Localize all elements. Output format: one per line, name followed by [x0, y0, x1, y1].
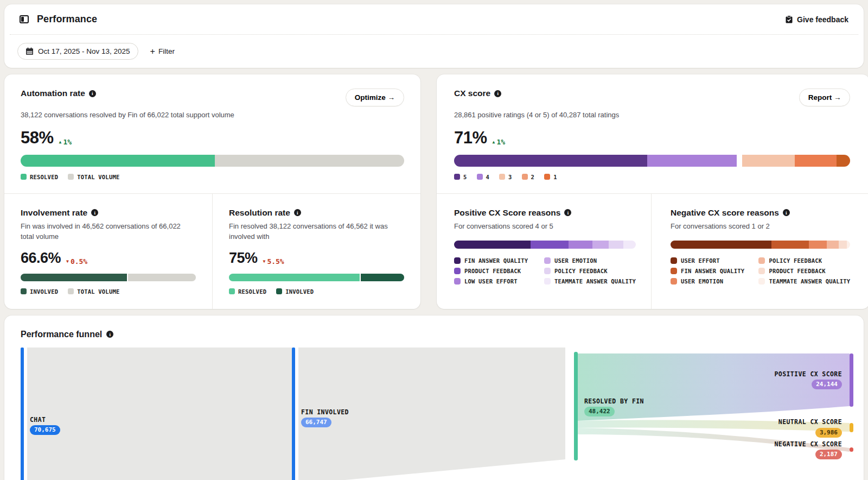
legend-label: TEAMMATE ANSWER QUALITY	[554, 278, 636, 285]
positive-reasons-bar	[454, 241, 636, 249]
header-card: Performance Give feedback Oct 17, 2025 -…	[4, 4, 864, 68]
positive-reasons-legend: FIN ANSWER QUALITY PRODUCT FEEDBACK LOW …	[454, 257, 636, 285]
legend-item: PRODUCT FEEDBACK	[454, 268, 530, 274]
negative-reasons-legend: USER EFFORT FIN ANSWER QUALITY USER EMOT…	[671, 257, 850, 285]
legend-item: RESOLVED	[229, 288, 266, 295]
funnel-node-label-fin-involved: FIN INVOLVED	[301, 408, 349, 416]
info-icon[interactable]: i	[91, 209, 98, 216]
info-icon[interactable]: i	[494, 90, 501, 97]
legend-swatch	[544, 268, 551, 274]
legend-label: 2	[531, 174, 535, 180]
info-icon[interactable]: i	[106, 331, 113, 338]
legend-swatch	[522, 174, 528, 180]
cx-legend: 5 4 3 2 1	[454, 174, 850, 180]
node-bar-neutral[interactable]	[850, 423, 853, 432]
page-title: Performance	[37, 14, 97, 25]
date-range-label: Oct 17, 2025 - Nov 13, 2025	[38, 47, 130, 55]
delta-up-icon: ▲	[493, 140, 495, 144]
resolution-subtitle: Fin resolved 38,122 conversations of 46,…	[229, 222, 397, 242]
funnel-node-value-neutral[interactable]: 3,986	[815, 428, 842, 438]
calendar-icon	[25, 47, 34, 55]
legend-label: RESOLVED	[30, 174, 58, 180]
legend-item: TOTAL VOLUME	[68, 174, 119, 180]
node-bar-positive[interactable]	[850, 353, 853, 407]
legend-label: 1	[553, 174, 557, 180]
automation-legend: RESOLVED TOTAL VOLUME	[21, 174, 404, 180]
legend-item: POLICY FEEDBACK	[544, 268, 636, 274]
funnel-node-value-resolved-by-fin[interactable]: 48,422	[584, 407, 615, 416]
legend-label: TEAMMATE ANSWER QUALITY	[769, 278, 850, 285]
feedback-clipboard-icon	[785, 15, 793, 24]
legend-swatch	[454, 268, 461, 274]
resolution-bar	[229, 274, 404, 281]
involvement-value: 66.6%	[21, 250, 61, 267]
resolution-value: 75%	[229, 250, 258, 267]
legend-swatch	[544, 278, 551, 285]
bar-segment	[809, 241, 827, 249]
date-range-picker[interactable]: Oct 17, 2025 - Nov 13, 2025	[17, 43, 138, 60]
legend-swatch	[671, 257, 677, 264]
node-bar-fin-involved[interactable]	[292, 348, 295, 480]
automation-value: 58%	[21, 128, 54, 148]
funnel-chart: CHAT 70,675 FIN INVOLVED 66,747 RESOLVED…	[21, 348, 864, 480]
funnel-node-label-positive: POSITIVE CX SCORE	[774, 370, 842, 378]
legend-label: INVOLVED	[285, 288, 314, 295]
bar-segment-gap	[737, 155, 742, 167]
node-bar-negative[interactable]	[850, 447, 853, 452]
funnel-node-value-negative[interactable]: 2,187	[815, 450, 842, 459]
legend-swatch	[454, 174, 460, 180]
negative-reasons-title-wrap: Negative CX score reasons i	[671, 208, 850, 218]
bar-segment	[454, 241, 531, 249]
cx-subtitle: 28,861 positive ratings (4 or 5) of 40,2…	[454, 110, 850, 121]
funnel-node-value-positive[interactable]: 24,144	[812, 380, 842, 389]
legend-item: INVOLVED	[276, 288, 314, 295]
info-icon[interactable]: i	[564, 209, 571, 216]
legend-label: PRODUCT FEEDBACK	[464, 268, 521, 274]
bar-segment	[671, 241, 771, 249]
optimize-button[interactable]: Optimize →	[346, 89, 404, 106]
legend-label: 4	[486, 174, 490, 180]
bar-segment	[531, 241, 569, 249]
legend-label: INVOLVED	[30, 288, 58, 295]
funnel-node-value-fin-involved[interactable]: 66,747	[301, 418, 331, 427]
give-feedback-label: Give feedback	[797, 15, 848, 24]
legend-swatch	[21, 174, 27, 180]
funnel-node-label-resolved-by-fin: RESOLVED BY FIN	[584, 397, 644, 405]
legend-swatch	[758, 257, 765, 264]
info-icon[interactable]: i	[89, 90, 96, 97]
resolution-section: Resolution rate i Fin resolved 38,122 co…	[213, 194, 420, 309]
funnel-sankey	[21, 348, 864, 480]
legend-label: 5	[463, 174, 467, 180]
report-button[interactable]: Report →	[799, 89, 851, 106]
positive-reasons-subtitle: For conversations scored 4 or 5	[454, 222, 622, 232]
funnel-node-value-chat[interactable]: 70,675	[30, 425, 60, 435]
delta-up-icon: ▲	[59, 140, 62, 144]
legend-label: FIN ANSWER QUALITY	[681, 268, 744, 274]
legend-item: 1	[544, 174, 557, 180]
automation-delta: ▲ 1%	[59, 138, 72, 146]
legend-item: USER EFFORT	[671, 257, 744, 264]
bar-segment	[609, 241, 623, 249]
resolution-delta: ▼ 5.5%	[263, 257, 284, 266]
legend-item: TEAMMATE ANSWER QUALITY	[544, 278, 636, 285]
legend-item: FIN ANSWER QUALITY	[671, 268, 744, 274]
info-icon[interactable]: i	[294, 209, 301, 216]
cx-score-card: CX score i Report → 28,861 positive rati…	[437, 74, 868, 309]
bar-segment	[592, 241, 609, 249]
automation-section: Automation rate i Optimize → 38,122 conv…	[4, 74, 420, 193]
legend-item: TOTAL VOLUME	[68, 288, 119, 295]
legend-swatch	[229, 288, 235, 294]
add-filter-button[interactable]: + Filter	[150, 47, 175, 56]
negative-reasons-subtitle: For conversations scored 1 or 2	[671, 222, 839, 232]
node-bar-resolved-by-fin[interactable]	[574, 352, 578, 460]
legend-label: USER EMOTION	[681, 278, 723, 285]
flow-resolved-to-negative	[578, 428, 850, 452]
node-bar-chat[interactable]	[21, 348, 24, 480]
info-icon[interactable]: i	[783, 209, 790, 216]
cx-value: 71%	[454, 128, 487, 148]
bar-segment-involved	[360, 274, 404, 281]
bar-segment-4	[647, 155, 736, 167]
delta-down-icon: ▼	[66, 259, 69, 264]
give-feedback-button[interactable]: Give feedback	[785, 15, 848, 24]
cx-section: CX score i Report → 28,861 positive rati…	[437, 74, 868, 193]
